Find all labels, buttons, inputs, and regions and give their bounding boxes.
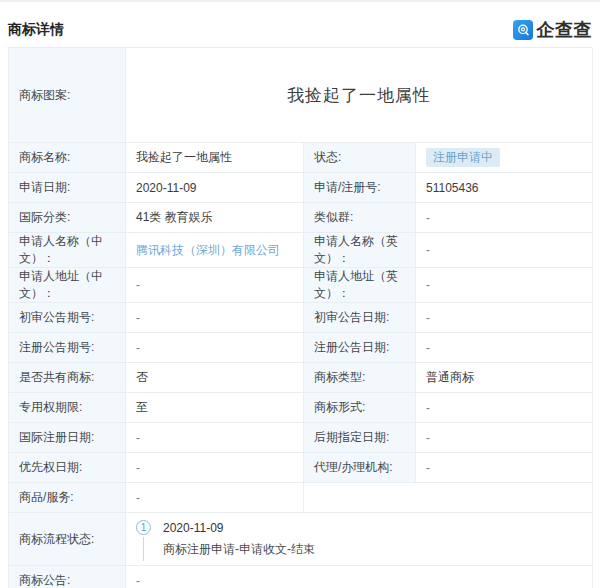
field-label: 初审公告日期:	[304, 303, 416, 333]
field-label: 类似群:	[304, 203, 416, 233]
field-label: 初审公告期号:	[9, 303, 126, 333]
field-value: -	[416, 393, 593, 423]
field-value-status: 注册申请中	[416, 143, 593, 173]
field-value: -	[126, 268, 304, 303]
field-value: -	[416, 333, 593, 363]
field-value-applicant-cn: 腾讯科技（深圳）有限公司	[126, 233, 304, 268]
field-value: -	[126, 303, 304, 333]
page-title: 商标详情	[8, 21, 64, 39]
timeline-step-description: 商标注册申请-申请收文-结束	[163, 537, 315, 561]
field-value-trademark-name: 我捡起了一地属性	[126, 143, 304, 173]
status-badge: 注册申请中	[426, 148, 500, 167]
field-label: 后期指定日期:	[304, 423, 416, 453]
trademark-image-text: 我捡起了一地属性	[126, 48, 593, 143]
brand-name: 企查查	[537, 18, 593, 42]
field-label: 申请/注册号:	[304, 173, 416, 203]
field-label: 商标形式:	[304, 393, 416, 423]
field-value: -	[126, 453, 304, 483]
field-label-trademark-image: 商标图案:	[9, 48, 126, 143]
qichacha-logo[interactable]: 企查查	[513, 18, 593, 42]
trademark-detail-table: 商标图案: 我捡起了一地属性 商标名称: 我捡起了一地属性 状态: 注册申请中 …	[8, 47, 592, 588]
field-label: 申请人名称（英文）：	[304, 233, 416, 268]
field-label: 商标类型:	[304, 363, 416, 393]
applicant-name-link[interactable]: 腾讯科技（深圳）有限公司	[136, 242, 280, 259]
field-value-shared: 否	[126, 363, 304, 393]
page-header: 商标详情 企查查	[0, 2, 600, 45]
field-label: 申请人名称（中文）：	[9, 233, 126, 268]
field-label: 商标名称:	[9, 143, 126, 173]
timeline-connector-line	[143, 537, 144, 561]
field-value: -	[416, 203, 593, 233]
field-label: 注册公告日期:	[304, 333, 416, 363]
empty-cell	[304, 483, 593, 513]
field-value-type: 普通商标	[416, 363, 593, 393]
timeline-step-date: 2020-11-09	[163, 521, 224, 535]
field-value-announcement: -	[126, 566, 593, 588]
field-value: -	[416, 303, 593, 333]
field-label: 专用权期限:	[9, 393, 126, 423]
field-value-period: 至	[126, 393, 304, 423]
timeline-step-index-badge: 1	[136, 520, 151, 535]
field-value: -	[416, 453, 593, 483]
field-value: -	[126, 423, 304, 453]
timeline-step-head: 1 2020-11-09	[136, 520, 582, 535]
field-label-goods-services: 商品/服务:	[9, 483, 126, 513]
field-label: 申请人地址（中文）：	[9, 268, 126, 303]
field-label: 优先权日期:	[9, 453, 126, 483]
timeline-step-body: 商标注册申请-申请收文-结束	[136, 537, 582, 561]
field-label: 国际分类:	[9, 203, 126, 233]
field-label: 代理/办理机构:	[304, 453, 416, 483]
qichacha-logo-icon	[513, 20, 533, 40]
field-value-reg-number: 51105436	[416, 173, 593, 203]
field-label: 注册公告期号:	[9, 333, 126, 363]
field-value-apply-date: 2020-11-09	[126, 173, 304, 203]
field-label-announcement: 商标公告:	[9, 566, 126, 588]
field-value-intl-class: 41类 教育娱乐	[126, 203, 304, 233]
field-label: 是否共有商标:	[9, 363, 126, 393]
field-value: -	[416, 233, 593, 268]
field-label-process-status: 商标流程状态:	[9, 513, 126, 566]
field-value: -	[416, 268, 593, 303]
field-value-goods-services: -	[126, 483, 304, 513]
field-label: 状态:	[304, 143, 416, 173]
field-value: -	[416, 423, 593, 453]
field-label: 申请日期:	[9, 173, 126, 203]
field-value: -	[126, 333, 304, 363]
field-label: 申请人地址（英文）：	[304, 268, 416, 303]
process-timeline: 1 2020-11-09 商标注册申请-申请收文-结束	[126, 513, 593, 566]
field-label: 国际注册日期:	[9, 423, 126, 453]
